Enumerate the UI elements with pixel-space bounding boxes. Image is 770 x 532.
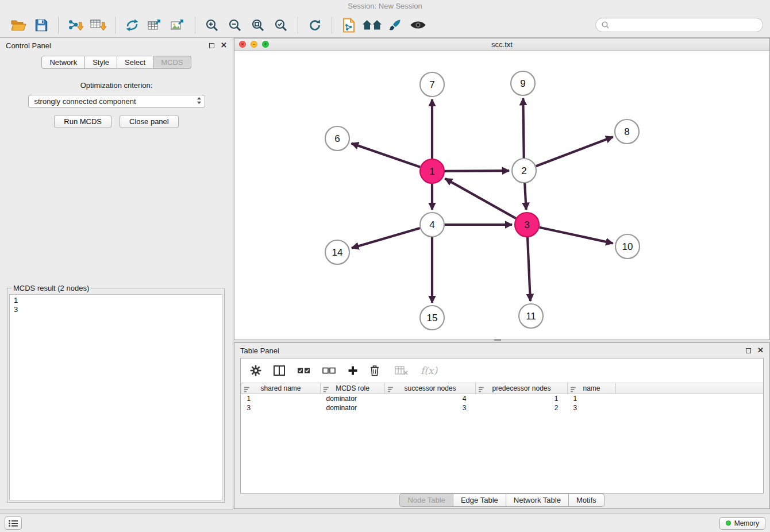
network-arrows-icon bbox=[125, 18, 139, 32]
mcds-result-list[interactable]: 1 3 bbox=[9, 294, 222, 500]
export-image-button[interactable] bbox=[167, 14, 190, 36]
task-history-button[interactable] bbox=[5, 516, 22, 530]
search-icon bbox=[602, 21, 609, 29]
graph-edge-1-2[interactable] bbox=[445, 171, 509, 171]
table-tab-edge-table[interactable]: Edge Table bbox=[453, 494, 506, 507]
eye-icon bbox=[410, 20, 426, 30]
table-cell[interactable]: 3 bbox=[241, 403, 321, 413]
memory-button[interactable]: Memory bbox=[719, 517, 765, 530]
column-header-name[interactable]: name bbox=[568, 383, 616, 394]
column-header-shared-name[interactable]: shared name bbox=[241, 383, 321, 394]
table-tab-node-table[interactable]: Node Table bbox=[399, 494, 453, 507]
table-cell[interactable]: 1 bbox=[568, 394, 616, 403]
optimization-criterion-label: Optimization criterion: bbox=[0, 81, 233, 90]
graph-node-9[interactable]: 9 bbox=[511, 71, 535, 95]
tab-mcds[interactable]: MCDS bbox=[153, 56, 191, 69]
criterion-dropdown[interactable]: strongly connected component bbox=[28, 95, 205, 108]
table-tab-motifs[interactable]: Motifs bbox=[568, 494, 605, 507]
graph-edge-3-11[interactable] bbox=[528, 237, 530, 301]
graph-node-3[interactable]: 3 bbox=[515, 213, 539, 237]
svg-text:8: 8 bbox=[624, 126, 629, 137]
search-input[interactable] bbox=[613, 21, 757, 29]
tab-select[interactable]: Select bbox=[117, 56, 153, 69]
share-network-button[interactable] bbox=[121, 14, 144, 36]
function-builder-button[interactable]: f(x) bbox=[421, 365, 437, 376]
close-panel-button[interactable]: Close panel bbox=[120, 115, 179, 128]
close-table-panel-icon[interactable]: ✕ bbox=[757, 348, 764, 353]
export-table-button[interactable] bbox=[144, 14, 167, 36]
table-cell[interactable]: dominator bbox=[321, 394, 385, 403]
graph-edge-1-6[interactable] bbox=[352, 144, 421, 167]
graph-node-11[interactable]: 11 bbox=[519, 304, 543, 328]
table-cell[interactable]: 4 bbox=[385, 394, 476, 403]
graph-node-2[interactable]: 2 bbox=[512, 159, 536, 183]
column-header-predecessor-nodes[interactable]: predecessor nodes bbox=[476, 383, 568, 394]
search-field[interactable] bbox=[595, 18, 763, 32]
import-table-icon bbox=[90, 18, 106, 32]
home-button[interactable] bbox=[360, 14, 383, 36]
zoom-out-button[interactable] bbox=[224, 14, 247, 36]
import-network-button[interactable] bbox=[64, 14, 87, 36]
graph-node-7[interactable]: 7 bbox=[420, 72, 444, 97]
network-view[interactable]: 7968124314101511 bbox=[234, 51, 769, 340]
graph-node-4[interactable]: 4 bbox=[420, 213, 444, 237]
close-panel-icon[interactable]: ✕ bbox=[221, 43, 227, 48]
graph-edge-3-10[interactable] bbox=[540, 228, 613, 244]
show-hide-button[interactable] bbox=[406, 14, 429, 36]
table-settings-button[interactable] bbox=[250, 365, 261, 376]
close-window-icon[interactable]: × bbox=[239, 41, 246, 48]
clone-network-button[interactable] bbox=[337, 14, 360, 36]
graph-node-10[interactable]: 10 bbox=[615, 234, 640, 259]
graph-edge-3-1[interactable] bbox=[445, 179, 516, 218]
table-row[interactable]: 3dominator323 bbox=[241, 403, 764, 413]
zoom-selected-button[interactable] bbox=[270, 14, 292, 36]
run-mcds-button[interactable]: Run MCDS bbox=[54, 115, 111, 128]
delete-table-button[interactable] bbox=[395, 365, 409, 376]
refresh-layout-button[interactable] bbox=[303, 14, 326, 36]
network-canvas[interactable]: 7968124314101511 bbox=[234, 51, 769, 340]
graph-node-1[interactable]: 1 bbox=[420, 159, 444, 183]
table-cell[interactable]: 2 bbox=[476, 403, 568, 413]
table-cell[interactable]: 1 bbox=[476, 394, 568, 403]
graph-edge-2-3[interactable] bbox=[525, 183, 526, 210]
table-row[interactable]: 1dominator411 bbox=[241, 394, 764, 403]
tab-style[interactable]: Style bbox=[84, 56, 117, 69]
open-session-button[interactable] bbox=[7, 14, 30, 36]
column-header-successor-nodes[interactable]: successor nodes bbox=[385, 383, 476, 394]
zoom-selected-icon bbox=[274, 18, 288, 32]
minimize-window-icon[interactable]: − bbox=[251, 41, 257, 48]
table-tab-network-table[interactable]: Network Table bbox=[506, 494, 569, 507]
maximize-window-icon[interactable]: + bbox=[262, 41, 269, 48]
graph-node-14[interactable]: 14 bbox=[325, 240, 349, 264]
deselect-all-button[interactable] bbox=[322, 366, 336, 375]
network-window-titlebar[interactable]: × − + scc.txt bbox=[234, 38, 769, 51]
column-header-MCDS-role[interactable]: MCDS role bbox=[321, 383, 385, 394]
zoom-fit-button[interactable] bbox=[247, 14, 270, 36]
apply-style-button[interactable] bbox=[383, 14, 406, 36]
document-network-icon bbox=[342, 18, 355, 33]
traffic-lights: × − + bbox=[239, 41, 269, 48]
splitter-grip[interactable] bbox=[494, 338, 501, 342]
delete-column-button[interactable] bbox=[370, 365, 379, 376]
graph-edge-4-14[interactable] bbox=[352, 228, 420, 248]
zoom-in-button[interactable] bbox=[201, 14, 224, 36]
table-cell[interactable]: 3 bbox=[568, 403, 616, 413]
table-cell[interactable]: 1 bbox=[241, 394, 321, 403]
table-cell[interactable]: dominator bbox=[321, 403, 385, 413]
graph-node-6[interactable]: 6 bbox=[325, 126, 349, 151]
show-column-button[interactable] bbox=[274, 365, 285, 376]
add-column-button[interactable] bbox=[348, 365, 358, 376]
graph-node-8[interactable]: 8 bbox=[615, 119, 639, 144]
graph-edge-2-8[interactable] bbox=[536, 137, 613, 166]
float-table-panel-icon[interactable] bbox=[746, 348, 751, 353]
select-all-button[interactable] bbox=[297, 366, 310, 375]
float-panel-icon[interactable] bbox=[209, 43, 214, 48]
table-cell[interactable]: 3 bbox=[385, 403, 476, 413]
import-table-button[interactable] bbox=[87, 14, 110, 36]
graph-node-15[interactable]: 15 bbox=[420, 306, 444, 330]
graph-edge-2-9[interactable] bbox=[523, 98, 523, 158]
save-session-button[interactable] bbox=[30, 14, 53, 36]
column-sort-icon bbox=[244, 386, 249, 394]
tab-network[interactable]: Network bbox=[41, 56, 85, 69]
main-toolbar bbox=[0, 13, 770, 38]
